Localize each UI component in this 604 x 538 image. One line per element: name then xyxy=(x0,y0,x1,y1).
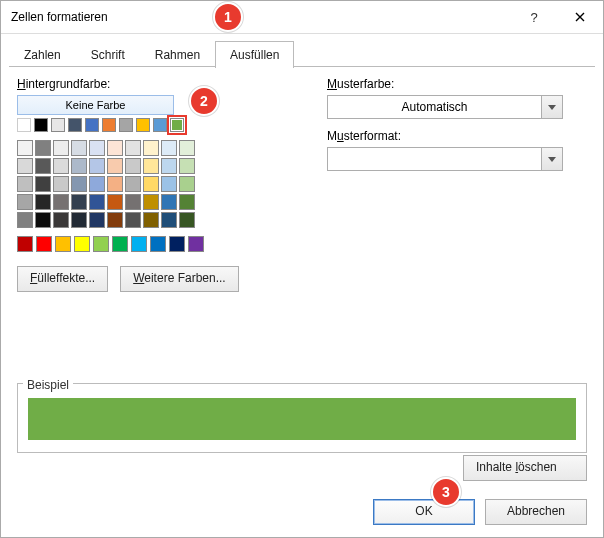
color-swatch[interactable] xyxy=(17,176,33,192)
color-swatch[interactable] xyxy=(51,118,65,132)
color-swatch[interactable] xyxy=(107,176,123,192)
callout-2: 2 xyxy=(189,86,219,116)
color-swatch[interactable] xyxy=(131,236,147,252)
color-swatch[interactable] xyxy=(143,158,159,174)
pattern-color-value: Automatisch xyxy=(328,100,541,114)
color-swatch[interactable] xyxy=(107,140,123,156)
color-swatch[interactable] xyxy=(107,212,123,228)
tab-ausfuellen[interactable]: Ausfüllen xyxy=(215,41,294,68)
color-swatch[interactable] xyxy=(107,158,123,174)
color-swatch[interactable] xyxy=(71,194,87,210)
color-swatch[interactable] xyxy=(179,140,195,156)
color-swatch[interactable] xyxy=(35,140,51,156)
color-swatch[interactable] xyxy=(150,236,166,252)
pattern-color-label: Musterfarbe: xyxy=(327,77,587,91)
chevron-down-icon xyxy=(541,148,562,170)
color-swatch[interactable] xyxy=(125,140,141,156)
callout-3: 3 xyxy=(431,477,461,507)
color-swatch[interactable] xyxy=(74,236,90,252)
color-swatch[interactable] xyxy=(161,158,177,174)
example-fill xyxy=(28,398,576,440)
color-swatch[interactable] xyxy=(143,140,159,156)
color-swatch[interactable] xyxy=(143,194,159,210)
pattern-style-label: Musterformat: xyxy=(327,129,587,143)
color-swatch[interactable] xyxy=(35,194,51,210)
tab-rahmen[interactable]: Rahmen xyxy=(140,41,215,68)
color-swatch[interactable] xyxy=(89,158,105,174)
background-color-label: Hintergrundfarbe: xyxy=(17,77,287,91)
color-swatch[interactable] xyxy=(34,118,48,132)
color-swatch[interactable] xyxy=(68,118,82,132)
color-swatch[interactable] xyxy=(89,176,105,192)
color-swatch[interactable] xyxy=(107,194,123,210)
cancel-button[interactable]: Abbrechen xyxy=(485,499,587,525)
color-swatch[interactable] xyxy=(89,212,105,228)
color-swatch[interactable] xyxy=(35,212,51,228)
color-swatch[interactable] xyxy=(143,212,159,228)
color-swatch[interactable] xyxy=(179,158,195,174)
color-swatch[interactable] xyxy=(17,140,33,156)
color-swatch[interactable] xyxy=(53,140,69,156)
color-swatch[interactable] xyxy=(102,118,116,132)
color-swatch[interactable] xyxy=(71,158,87,174)
fill-effects-button[interactable]: Fülleffekte... xyxy=(17,266,108,292)
color-swatch[interactable] xyxy=(55,236,71,252)
pattern-color-select[interactable]: Automatisch xyxy=(327,95,563,119)
callout-1: 1 xyxy=(213,2,243,32)
color-swatch[interactable] xyxy=(125,212,141,228)
color-swatch[interactable] xyxy=(179,212,195,228)
tint-color-grid xyxy=(17,140,287,228)
no-color-button[interactable]: Keine Farbe xyxy=(17,95,174,115)
more-colors-button[interactable]: Weitere Farben... xyxy=(120,266,238,292)
color-swatch[interactable] xyxy=(143,176,159,192)
ok-button[interactable]: OK xyxy=(373,499,475,525)
tab-zahlen[interactable]: Zahlen xyxy=(9,41,76,68)
color-swatch[interactable] xyxy=(35,158,51,174)
chevron-down-icon xyxy=(541,96,562,118)
color-swatch[interactable] xyxy=(161,176,177,192)
color-swatch[interactable] xyxy=(53,176,69,192)
color-swatch[interactable] xyxy=(125,158,141,174)
color-swatch[interactable] xyxy=(89,140,105,156)
color-swatch[interactable] xyxy=(179,176,195,192)
color-swatch[interactable] xyxy=(153,118,167,132)
color-swatch[interactable] xyxy=(89,194,105,210)
color-swatch[interactable] xyxy=(161,140,177,156)
color-swatch[interactable] xyxy=(161,212,177,228)
color-swatch[interactable] xyxy=(71,176,87,192)
color-swatch[interactable] xyxy=(71,212,87,228)
color-swatch[interactable] xyxy=(93,236,109,252)
color-swatch[interactable] xyxy=(136,118,150,132)
color-swatch[interactable] xyxy=(71,140,87,156)
color-swatch[interactable] xyxy=(53,158,69,174)
color-swatch[interactable] xyxy=(17,118,31,132)
color-swatch[interactable] xyxy=(17,194,33,210)
help-button[interactable]: ? xyxy=(511,1,557,33)
color-swatch[interactable] xyxy=(125,176,141,192)
color-swatch[interactable] xyxy=(53,194,69,210)
color-swatch[interactable] xyxy=(17,158,33,174)
color-swatch[interactable] xyxy=(179,194,195,210)
color-swatch[interactable] xyxy=(188,236,204,252)
dialog-title: Zellen formatieren xyxy=(1,10,511,24)
color-swatch[interactable] xyxy=(125,194,141,210)
color-swatch[interactable] xyxy=(17,212,33,228)
color-swatch[interactable] xyxy=(169,236,185,252)
example-label: Beispiel xyxy=(23,378,73,392)
tab-strip: Zahlen Schrift Rahmen Ausfüllen xyxy=(9,40,595,67)
color-swatch[interactable] xyxy=(170,118,184,132)
pattern-style-select[interactable] xyxy=(327,147,563,171)
color-swatch[interactable] xyxy=(112,236,128,252)
color-swatch[interactable] xyxy=(17,236,33,252)
tab-schrift[interactable]: Schrift xyxy=(76,41,140,68)
color-swatch[interactable] xyxy=(35,176,51,192)
color-swatch[interactable] xyxy=(85,118,99,132)
color-swatch[interactable] xyxy=(36,236,52,252)
clear-contents-button[interactable]: Inhalte löschen xyxy=(463,455,587,481)
example-box xyxy=(17,383,587,453)
color-swatch[interactable] xyxy=(119,118,133,132)
close-button[interactable] xyxy=(557,1,603,33)
standard-color-row xyxy=(17,236,287,252)
color-swatch[interactable] xyxy=(53,212,69,228)
color-swatch[interactable] xyxy=(161,194,177,210)
